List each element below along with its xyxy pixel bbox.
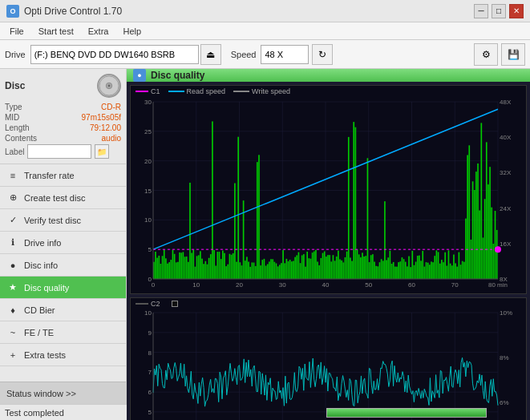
sidebar-item-drive-info[interactable]: ℹ Drive info — [0, 232, 126, 254]
nav-items: ≡ Transfer rate ⊕ Create test disc ✓ Ver… — [0, 164, 126, 382]
menu-file[interactable]: File — [3, 25, 30, 38]
speed-section: Speed 48 X ↻ — [231, 44, 334, 65]
titlebar-left: O Opti Drive Control 1.70 — [6, 5, 122, 18]
disc-header: Disc — [5, 74, 121, 98]
c2-legend-label: C2 — [151, 300, 160, 308]
sidebar-item-disc-quality[interactable]: ★ Disc quality — [0, 277, 126, 299]
menu-start-test[interactable]: Start test — [32, 25, 80, 38]
titlebar-controls: ─ □ ✕ — [474, 4, 524, 18]
sidebar-label-transfer-rate: Transfer rate — [24, 171, 75, 180]
verify-test-disc-icon: ✓ — [6, 214, 19, 227]
sidebar-item-create-test-disc[interactable]: ⊕ Create test disc — [0, 187, 126, 209]
c1-chart-panel: C1 Read speed Write speed — [130, 85, 527, 294]
disc-contents-row: Contents audio — [5, 134, 121, 143]
disc-contents-val: audio — [102, 134, 121, 143]
disc-label-browse-button[interactable]: 📁 — [95, 144, 109, 159]
disc-quality-title: Disc quality — [151, 70, 204, 81]
minimize-button[interactable]: ─ — [474, 4, 488, 18]
eject-button[interactable]: ⏏ — [200, 44, 221, 65]
sidebar-label-cd-bier: CD Bier — [24, 305, 55, 315]
disc-label-input[interactable] — [27, 144, 91, 159]
disc-section-label: Disc — [5, 80, 25, 91]
progress-bar-container — [326, 408, 487, 418]
sidebar-label-disc-quality: Disc quality — [24, 283, 69, 293]
main-layout: Disc Type CD-R MID 97m15s05f Length — [0, 69, 530, 404]
disc-info-icon: ● — [6, 259, 19, 272]
disc-label-row: Label 📁 — [5, 144, 121, 159]
disc-type-val: CD-R — [101, 103, 121, 111]
menu-help[interactable]: Help — [116, 25, 148, 38]
disc-mid-key: MID — [5, 113, 19, 122]
transfer-rate-icon: ≡ — [6, 169, 19, 182]
sidebar-item-transfer-rate[interactable]: ≡ Transfer rate — [0, 164, 126, 187]
status-window-label: Status window >> — [6, 389, 76, 398]
content-area: ● Disc quality C1 Read speed — [127, 69, 530, 404]
svg-point-2 — [108, 85, 111, 87]
sidebar-label-create-test-disc: Create test disc — [24, 193, 85, 203]
drive-select-group: (F:) BENQ DVD DD DW1640 BSRB ⏏ — [30, 44, 221, 65]
disc-length-key: Length — [5, 123, 30, 132]
disc-icon — [97, 74, 121, 98]
status-window-button[interactable]: Status window >> — [0, 382, 126, 404]
disc-quality-header-icon: ● — [133, 69, 146, 82]
app-icon: O — [6, 5, 19, 18]
menubar: File Start test Extra Help — [0, 22, 530, 40]
sidebar-item-cd-bier[interactable]: ♦ CD Bier — [0, 299, 126, 321]
titlebar: O Opti Drive Control 1.70 ─ □ ✕ — [0, 0, 530, 22]
extra-tests-icon: + — [6, 349, 19, 361]
toolbar: Drive (F:) BENQ DVD DD DW1640 BSRB ⏏ Spe… — [0, 40, 530, 69]
disc-label-key: Label — [5, 147, 24, 156]
c2-chart-canvas — [131, 309, 526, 420]
disc-type-row: Type CD-R — [5, 103, 121, 111]
app-title: Opti Drive Control 1.70 — [24, 6, 122, 17]
sidebar-label-fe-te: FE / TE — [24, 328, 54, 337]
disc-length-row: Length 79:12.00 — [5, 123, 121, 132]
c1-chart-canvas — [131, 97, 526, 293]
read-speed-legend-label: Read speed — [187, 87, 226, 95]
sidebar-label-disc-info: Disc info — [24, 260, 58, 270]
disc-mid-row: MID 97m15s05f — [5, 113, 121, 122]
charts-area: C1 Read speed Write speed — [127, 82, 530, 420]
progress-bar — [327, 409, 486, 417]
sidebar-item-extra-tests[interactable]: + Extra tests — [0, 344, 126, 366]
sidebar-item-fe-te[interactable]: ~ FE / TE — [0, 321, 126, 344]
refresh-button[interactable]: ↻ — [312, 44, 333, 65]
sidebar-label-extra-tests: Extra tests — [24, 350, 66, 360]
c2-chart-panel: C2 — [130, 297, 527, 420]
disc-quality-header: ● Disc quality — [127, 69, 530, 82]
create-test-disc-icon: ⊕ — [6, 192, 19, 204]
speed-label: Speed — [231, 50, 257, 59]
drive-combo[interactable]: (F:) BENQ DVD DD DW1640 BSRB — [30, 45, 199, 64]
disc-length-val: 79:12.00 — [90, 123, 121, 132]
save-button[interactable]: 💾 — [501, 43, 525, 66]
speed-combo[interactable]: 48 X — [261, 45, 309, 64]
sidebar: Disc Type CD-R MID 97m15s05f Length — [0, 69, 127, 404]
disc-section: Disc Type CD-R MID 97m15s05f Length — [0, 69, 126, 164]
drive-label: Drive — [5, 50, 26, 59]
cd-bier-icon: ♦ — [6, 304, 19, 317]
sidebar-label-drive-info: Drive info — [24, 238, 61, 248]
disc-quality-icon: ★ — [6, 281, 19, 294]
sidebar-item-verify-test-disc[interactable]: ✓ Verify test disc — [0, 209, 126, 232]
disc-mid-val: 97m15s05f — [82, 113, 121, 122]
c1-legend-label: C1 — [151, 87, 160, 95]
maximize-button[interactable]: □ — [492, 4, 506, 18]
write-speed-legend-label: Write speed — [252, 87, 290, 95]
sidebar-item-disc-info[interactable]: ● Disc info — [0, 254, 126, 277]
menu-extra[interactable]: Extra — [82, 25, 115, 38]
disc-type-key: Type — [5, 103, 22, 111]
fe-te-icon: ~ — [6, 326, 19, 339]
close-button[interactable]: ✕ — [509, 4, 524, 18]
disc-contents-key: Contents — [5, 134, 37, 143]
sidebar-label-verify-test-disc: Verify test disc — [24, 216, 81, 225]
settings-button[interactable]: ⚙ — [474, 43, 498, 66]
drive-info-icon: ℹ — [6, 236, 19, 249]
